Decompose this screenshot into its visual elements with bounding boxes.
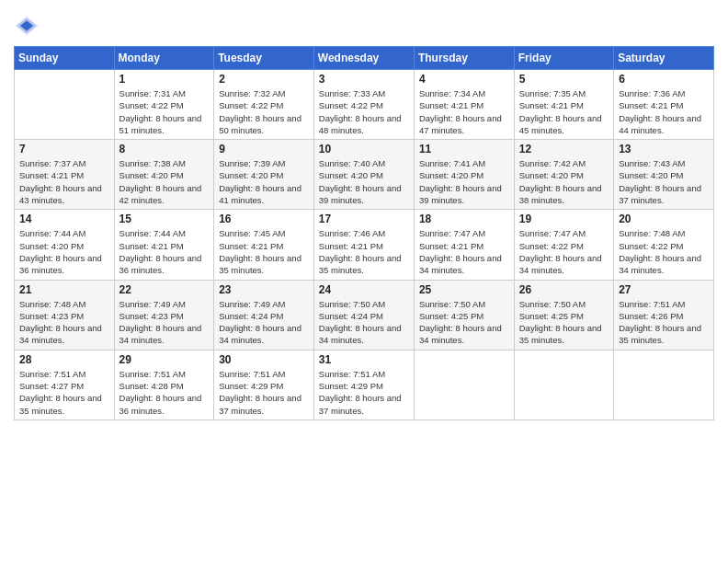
day-info: Sunrise: 7:32 AMSunset: 4:22 PMDaylight:… [219,87,309,136]
day-info: Sunrise: 7:49 AMSunset: 4:23 PMDaylight:… [119,298,210,347]
day-number: 16 [219,213,309,225]
day-info: Sunrise: 7:31 AMSunset: 4:22 PMDaylight:… [119,87,210,136]
day-number: 9 [219,143,309,155]
calendar-cell: 13Sunrise: 7:43 AMSunset: 4:20 PMDayligh… [614,140,714,210]
calendar-cell: 9Sunrise: 7:39 AMSunset: 4:20 PMDaylight… [214,140,314,210]
day-number: 26 [519,283,609,296]
day-info: Sunrise: 7:46 AMSunset: 4:21 PMDaylight:… [319,227,409,276]
day-number: 10 [319,143,409,155]
weekday-header-wednesday: Wednesday [313,47,414,70]
calendar-cell: 11Sunrise: 7:41 AMSunset: 4:20 PMDayligh… [414,140,514,210]
calendar-cell: 28Sunrise: 7:51 AMSunset: 4:27 PMDayligh… [15,350,115,419]
calendar-cell: 25Sunrise: 7:50 AMSunset: 4:25 PMDayligh… [414,280,514,350]
day-number: 20 [619,213,709,225]
day-number: 8 [119,143,210,155]
calendar-cell: 29Sunrise: 7:51 AMSunset: 4:28 PMDayligh… [114,350,214,419]
day-info: Sunrise: 7:50 AMSunset: 4:24 PMDaylight:… [319,298,409,347]
day-number: 15 [119,213,210,225]
day-info: Sunrise: 7:42 AMSunset: 4:20 PMDaylight:… [519,157,609,206]
calendar-cell [414,350,514,419]
calendar-cell: 10Sunrise: 7:40 AMSunset: 4:20 PMDayligh… [313,140,414,210]
calendar-cell: 2Sunrise: 7:32 AMSunset: 4:22 PMDaylight… [214,70,314,140]
calendar-cell: 6Sunrise: 7:36 AMSunset: 4:21 PMDaylight… [614,70,714,140]
day-number: 31 [319,353,409,366]
day-number: 27 [619,283,709,296]
day-number: 24 [319,283,409,296]
weekday-header-friday: Friday [514,47,613,70]
day-info: Sunrise: 7:41 AMSunset: 4:20 PMDaylight:… [419,157,509,206]
day-info: Sunrise: 7:35 AMSunset: 4:21 PMDaylight:… [519,87,609,136]
day-number: 2 [219,73,309,86]
day-info: Sunrise: 7:38 AMSunset: 4:20 PMDaylight:… [119,157,210,206]
calendar-cell: 15Sunrise: 7:44 AMSunset: 4:21 PMDayligh… [114,210,214,280]
day-info: Sunrise: 7:50 AMSunset: 4:25 PMDaylight:… [419,298,509,347]
day-info: Sunrise: 7:44 AMSunset: 4:21 PMDaylight:… [119,227,210,276]
day-info: Sunrise: 7:51 AMSunset: 4:27 PMDaylight:… [19,368,109,417]
day-number: 22 [119,283,210,296]
day-info: Sunrise: 7:44 AMSunset: 4:20 PMDaylight:… [19,227,109,276]
day-number: 12 [519,143,609,155]
day-number: 28 [19,353,109,366]
day-number: 29 [119,353,210,366]
calendar-week-row: 28Sunrise: 7:51 AMSunset: 4:27 PMDayligh… [15,350,714,419]
day-info: Sunrise: 7:40 AMSunset: 4:20 PMDaylight:… [319,157,409,206]
weekday-header-tuesday: Tuesday [214,47,314,70]
calendar-cell: 4Sunrise: 7:34 AMSunset: 4:21 PMDaylight… [414,70,514,140]
calendar-cell: 20Sunrise: 7:48 AMSunset: 4:22 PMDayligh… [614,210,714,280]
calendar-cell: 31Sunrise: 7:51 AMSunset: 4:29 PMDayligh… [313,350,414,419]
day-number: 14 [19,213,109,225]
calendar-cell: 27Sunrise: 7:51 AMSunset: 4:26 PMDayligh… [614,280,714,350]
day-info: Sunrise: 7:49 AMSunset: 4:24 PMDaylight:… [219,298,309,347]
day-info: Sunrise: 7:36 AMSunset: 4:21 PMDaylight:… [619,87,709,136]
calendar-cell: 19Sunrise: 7:47 AMSunset: 4:22 PMDayligh… [514,210,613,280]
day-info: Sunrise: 7:45 AMSunset: 4:21 PMDaylight:… [219,227,309,276]
calendar-cell: 30Sunrise: 7:51 AMSunset: 4:29 PMDayligh… [214,350,314,419]
day-info: Sunrise: 7:34 AMSunset: 4:21 PMDaylight:… [419,87,509,136]
calendar-cell: 14Sunrise: 7:44 AMSunset: 4:20 PMDayligh… [15,210,115,280]
day-number: 11 [419,143,509,155]
weekday-header-row: SundayMondayTuesdayWednesdayThursdayFrid… [15,47,714,70]
day-number: 5 [519,73,609,86]
calendar-cell: 22Sunrise: 7:49 AMSunset: 4:23 PMDayligh… [114,280,214,350]
day-number: 13 [619,143,709,155]
calendar-cell: 21Sunrise: 7:48 AMSunset: 4:23 PMDayligh… [15,280,115,350]
day-number: 30 [219,353,309,366]
day-number: 18 [419,213,509,225]
weekday-header-sunday: Sunday [15,47,115,70]
calendar-cell [15,70,115,140]
day-info: Sunrise: 7:48 AMSunset: 4:23 PMDaylight:… [19,298,109,347]
logo [14,13,43,39]
weekday-header-saturday: Saturday [614,47,714,70]
day-info: Sunrise: 7:47 AMSunset: 4:22 PMDaylight:… [519,227,609,276]
day-number: 6 [619,73,709,86]
calendar-cell: 23Sunrise: 7:49 AMSunset: 4:24 PMDayligh… [214,280,314,350]
calendar-cell: 24Sunrise: 7:50 AMSunset: 4:24 PMDayligh… [313,280,414,350]
day-number: 17 [319,213,409,225]
calendar-week-row: 1Sunrise: 7:31 AMSunset: 4:22 PMDaylight… [15,70,714,140]
day-number: 21 [19,283,109,296]
day-info: Sunrise: 7:43 AMSunset: 4:20 PMDaylight:… [619,157,709,206]
day-number: 3 [319,73,409,86]
day-info: Sunrise: 7:50 AMSunset: 4:25 PMDaylight:… [519,298,609,347]
day-info: Sunrise: 7:48 AMSunset: 4:22 PMDaylight:… [619,227,709,276]
day-info: Sunrise: 7:51 AMSunset: 4:28 PMDaylight:… [119,368,210,417]
calendar-cell: 16Sunrise: 7:45 AMSunset: 4:21 PMDayligh… [214,210,314,280]
day-info: Sunrise: 7:47 AMSunset: 4:21 PMDaylight:… [419,227,509,276]
day-number: 1 [119,73,210,86]
calendar-cell [614,350,714,419]
day-info: Sunrise: 7:37 AMSunset: 4:21 PMDaylight:… [19,157,109,206]
calendar-cell: 17Sunrise: 7:46 AMSunset: 4:21 PMDayligh… [313,210,414,280]
weekday-header-thursday: Thursday [414,47,514,70]
calendar-cell: 12Sunrise: 7:42 AMSunset: 4:20 PMDayligh… [514,140,613,210]
day-info: Sunrise: 7:51 AMSunset: 4:29 PMDaylight:… [219,368,309,417]
calendar-cell [514,350,613,419]
calendar-cell: 1Sunrise: 7:31 AMSunset: 4:22 PMDaylight… [114,70,214,140]
logo-icon [14,13,40,39]
day-number: 25 [419,283,509,296]
day-number: 7 [19,143,109,155]
page-header [14,9,714,39]
day-number: 19 [519,213,609,225]
calendar-cell: 18Sunrise: 7:47 AMSunset: 4:21 PMDayligh… [414,210,514,280]
calendar-week-row: 7Sunrise: 7:37 AMSunset: 4:21 PMDaylight… [15,140,714,210]
day-info: Sunrise: 7:51 AMSunset: 4:29 PMDaylight:… [319,368,409,417]
